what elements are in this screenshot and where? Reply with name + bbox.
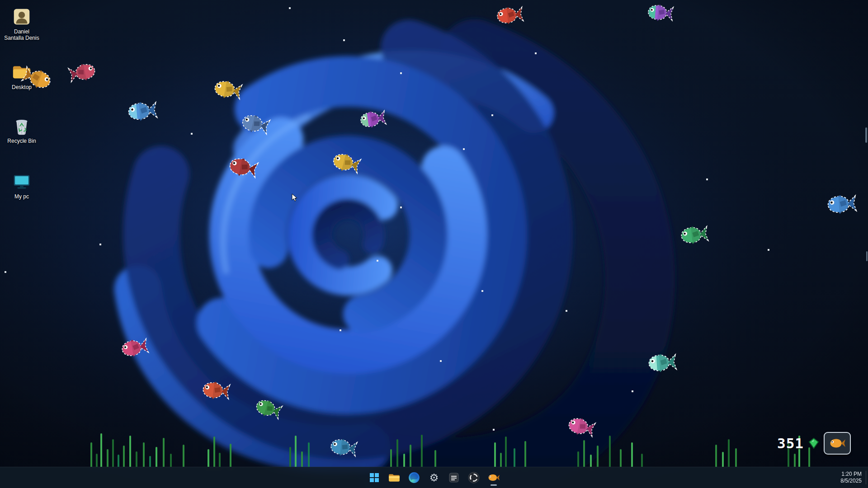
gear-icon: ⚙	[429, 473, 439, 483]
desktop-icon-desktop-folder[interactable]: Desktop	[4, 62, 40, 90]
edge-artifact	[865, 127, 867, 143]
notes-app-icon	[448, 472, 459, 483]
taskbar-center: ⚙	[365, 469, 503, 487]
computer-icon	[11, 171, 32, 192]
show-desktop-button[interactable]	[866, 471, 868, 484]
desktop-icon-label: Daniel Santalla Denis	[4, 28, 40, 41]
desktop-icon-user-folder[interactable]: Daniel Santalla Denis	[4, 6, 40, 41]
desktop-icon-my-pc[interactable]: My pc	[4, 171, 40, 200]
obs-studio-button[interactable]	[465, 469, 483, 487]
start-button[interactable]	[365, 469, 383, 487]
wallpaper-bloom	[0, 0, 868, 488]
aquarium-app-button[interactable]	[485, 469, 503, 487]
aquarium-score: 351	[777, 432, 851, 455]
clock-time: 1:20 PM	[840, 471, 862, 478]
gem-icon	[808, 438, 819, 449]
desktop: Daniel Santalla Denis Desktop Recycle Bi…	[0, 0, 868, 488]
notes-app-button[interactable]	[445, 469, 463, 487]
edge-browser-icon	[408, 472, 420, 483]
score-value: 351	[777, 435, 804, 451]
desktop-icon-label: Recycle Bin	[4, 138, 40, 144]
taskbar-tray: 1:20 PM 8/5/2025	[837, 467, 865, 488]
windows-logo-icon	[370, 473, 379, 482]
taskbar-clock[interactable]: 1:20 PM 8/5/2025	[837, 469, 865, 486]
recycle-bin-icon	[11, 116, 32, 136]
settings-button[interactable]: ⚙	[425, 469, 443, 487]
edge-browser-button[interactable]	[405, 469, 423, 487]
fish-icon	[829, 438, 846, 449]
folder-icon	[11, 62, 32, 83]
aquarium-app-icon	[487, 474, 500, 482]
mouse-cursor	[292, 193, 298, 202]
file-explorer-icon	[388, 472, 400, 483]
obs-studio-icon	[468, 472, 480, 483]
clock-date: 8/5/2025	[840, 478, 862, 484]
aquarium-fish-button[interactable]	[824, 432, 851, 455]
taskbar: ⚙	[0, 467, 868, 488]
user-folder-icon	[11, 6, 32, 27]
edge-artifact	[866, 251, 868, 261]
desktop-icon-recycle-bin[interactable]: Recycle Bin	[4, 116, 40, 144]
desktop-icon-label: Desktop	[4, 84, 40, 90]
file-explorer-button[interactable]	[385, 469, 403, 487]
desktop-icon-label: My pc	[4, 193, 40, 200]
